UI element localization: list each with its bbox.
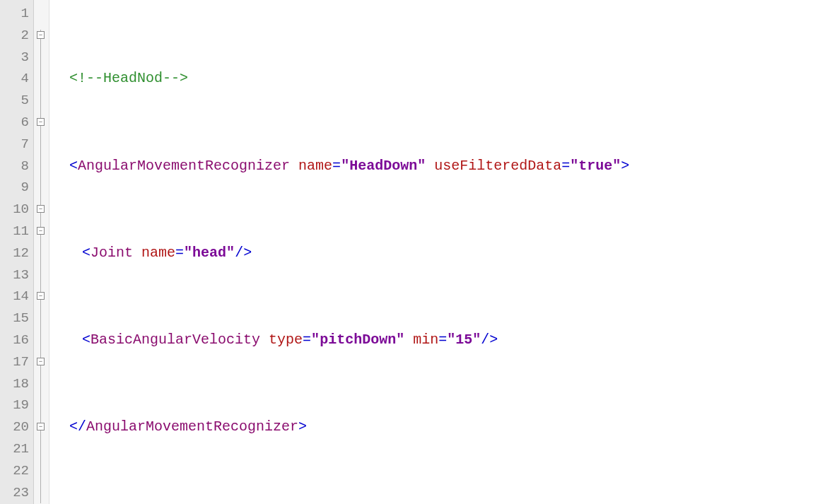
line-number: 22	[0, 460, 29, 482]
code-line[interactable]: </AngularMovementRecognizer>	[52, 416, 818, 438]
fold-collapse-icon[interactable]: −	[37, 423, 45, 430]
line-number: 12	[0, 242, 29, 264]
line-number: 19	[0, 394, 29, 416]
fold-collapse-icon[interactable]: −	[37, 358, 45, 365]
line-number: 14	[0, 286, 29, 307]
line-number: 5	[0, 90, 29, 112]
line-number: 16	[0, 329, 29, 351]
line-number: 2	[0, 25, 29, 47]
code-line[interactable]: <!--HeadNod-->	[52, 68, 818, 90]
line-number: 23	[0, 482, 29, 504]
fold-collapse-icon[interactable]: −	[37, 205, 45, 213]
code-line[interactable]: <BasicAngularVelocity type="pitchDown" m…	[52, 329, 818, 351]
line-number: 15	[0, 307, 29, 329]
code-line[interactable]: <Joint name="head"/>	[52, 242, 818, 264]
line-number: 8	[0, 156, 29, 177]
line-number: 11	[0, 221, 29, 242]
line-number: 20	[0, 416, 29, 438]
code-content[interactable]: <!--HeadNod--> <AngularMovementRecognize…	[49, 0, 818, 504]
line-number: 9	[0, 177, 29, 199]
fold-collapse-icon[interactable]: −	[37, 292, 45, 300]
line-number: 10	[0, 199, 29, 221]
line-number: 21	[0, 438, 29, 460]
fold-gutter: − − − − − − −	[34, 0, 49, 504]
line-number: 13	[0, 264, 29, 286]
line-number: 4	[0, 68, 29, 90]
line-number: 18	[0, 373, 29, 395]
line-number: 1	[0, 3, 29, 25]
code-editor[interactable]: 1 2 3 4 5 6 7 8 9 10 11 12 13 14 15 16 1…	[0, 0, 818, 504]
line-number: 7	[0, 134, 29, 156]
line-number: 3	[0, 47, 29, 69]
line-number-gutter: 1 2 3 4 5 6 7 8 9 10 11 12 13 14 15 16 1…	[0, 0, 34, 504]
fold-collapse-icon[interactable]: −	[37, 31, 45, 39]
fold-collapse-icon[interactable]: −	[37, 118, 45, 126]
line-number: 6	[0, 112, 29, 134]
fold-collapse-icon[interactable]: −	[37, 227, 45, 235]
line-number: 17	[0, 351, 29, 373]
code-line[interactable]: <AngularMovementRecognizer name="HeadDow…	[52, 156, 818, 177]
